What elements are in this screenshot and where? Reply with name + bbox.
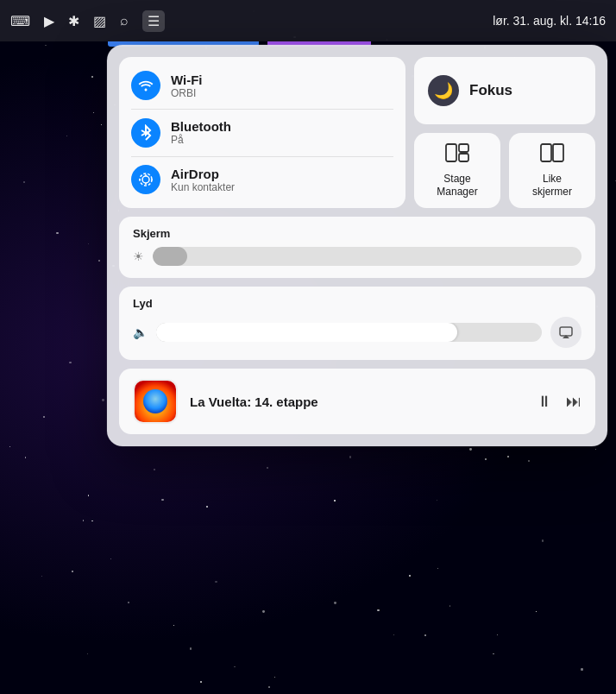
svg-rect-5 xyxy=(541,144,551,161)
stage-manager-tile[interactable]: StageManager xyxy=(414,133,500,208)
volume-title: Lyd xyxy=(133,297,581,310)
now-playing-section: La Vuelta: 14. etappe ⏸ ⏭ xyxy=(119,369,595,434)
airdrop-item[interactable]: AirDrop Kun kontakter xyxy=(131,160,393,199)
svg-point-0 xyxy=(142,176,149,183)
now-playing-title: La Vuelta: 14. etappe xyxy=(190,394,525,409)
firefox-icon xyxy=(135,381,176,422)
bluetooth-sub: På xyxy=(171,134,231,146)
bottom-right-pair: StageManager Likeskjermer xyxy=(414,133,595,208)
right-column: 🌙 Fokus StageManager xyxy=(414,57,595,208)
mirror-label: Likeskjermer xyxy=(532,173,572,198)
airdrop-info: AirDrop Kun kontakter xyxy=(171,167,235,193)
bluetooth-info: Bluetooth På xyxy=(171,119,231,146)
bluetooth-icon-circle xyxy=(131,118,160,148)
pause-button[interactable]: ⏸ xyxy=(537,393,552,411)
brightness-icon: ☀ xyxy=(133,249,144,263)
play-icon: ▶ xyxy=(44,13,54,29)
divider-1 xyxy=(131,109,393,110)
wifi-sub: ORBI xyxy=(171,87,203,99)
stage-manager-label: StageManager xyxy=(437,173,477,198)
airdrop-sub: Kun kontakter xyxy=(171,181,235,193)
control-center-icon[interactable]: ☰ xyxy=(142,10,165,32)
volume-row: 🔈 xyxy=(133,317,581,348)
control-center-panel: Wi-Fi ORBI Bluetooth På xyxy=(107,45,607,446)
wifi-icon-circle xyxy=(131,71,160,100)
svg-rect-3 xyxy=(459,144,468,152)
divider-2 xyxy=(131,156,393,157)
menubar-left: ⌨ ▶ ✱ ▨ ⌕ ☰ xyxy=(10,10,165,32)
airplay-button[interactable] xyxy=(550,317,581,348)
airdrop-icon-circle xyxy=(131,165,160,194)
airdrop-name: AirDrop xyxy=(171,167,235,181)
brightness-fill xyxy=(153,247,187,266)
fokus-tile[interactable]: 🌙 Fokus xyxy=(414,57,595,124)
sidebar-icon: ▨ xyxy=(93,13,106,29)
mirror-icon xyxy=(540,143,564,167)
bluetooth-menu-icon: ✱ xyxy=(68,13,79,29)
wifi-info: Wi-Fi ORBI xyxy=(171,73,203,99)
brightness-section: Skjerm ☀ xyxy=(119,217,595,278)
brightness-row: ☀ xyxy=(133,247,581,266)
svg-rect-4 xyxy=(459,154,468,161)
volume-section: Lyd 🔈 xyxy=(119,287,595,360)
brightness-track[interactable] xyxy=(153,247,581,266)
volume-icon: 🔈 xyxy=(133,325,148,339)
wifi-name: Wi-Fi xyxy=(171,73,203,87)
mirror-tile[interactable]: Likeskjermer xyxy=(509,133,595,208)
firefox-globe xyxy=(143,389,167,413)
wifi-item[interactable]: Wi-Fi ORBI xyxy=(131,66,393,105)
fokus-icon: 🌙 xyxy=(428,75,459,106)
volume-track[interactable] xyxy=(156,323,542,342)
top-row: Wi-Fi ORBI Bluetooth På xyxy=(119,57,595,208)
brightness-title: Skjerm xyxy=(133,227,581,240)
spotlight-icon: ⌕ xyxy=(120,13,129,28)
bluetooth-name: Bluetooth xyxy=(171,119,231,134)
skip-forward-button[interactable]: ⏭ xyxy=(566,393,581,411)
playback-controls: ⏸ ⏭ xyxy=(537,393,581,411)
clock: lør. 31. aug. kl. 14:16 xyxy=(493,14,606,28)
menubar: ⌨ ▶ ✱ ▨ ⌕ ☰ lør. 31. aug. kl. 14:16 xyxy=(0,0,616,41)
stage-manager-icon xyxy=(445,143,469,167)
bluetooth-item[interactable]: Bluetooth På xyxy=(131,113,393,153)
svg-rect-6 xyxy=(553,144,563,161)
volume-fill xyxy=(156,323,457,342)
svg-rect-2 xyxy=(446,144,456,161)
keyboard-icon: ⌨ xyxy=(10,13,30,29)
svg-rect-7 xyxy=(560,327,572,336)
network-tile: Wi-Fi ORBI Bluetooth På xyxy=(119,57,405,208)
fokus-label: Fokus xyxy=(469,82,512,99)
app-icon-box xyxy=(133,379,178,424)
menubar-right: lør. 31. aug. kl. 14:16 xyxy=(493,14,606,28)
